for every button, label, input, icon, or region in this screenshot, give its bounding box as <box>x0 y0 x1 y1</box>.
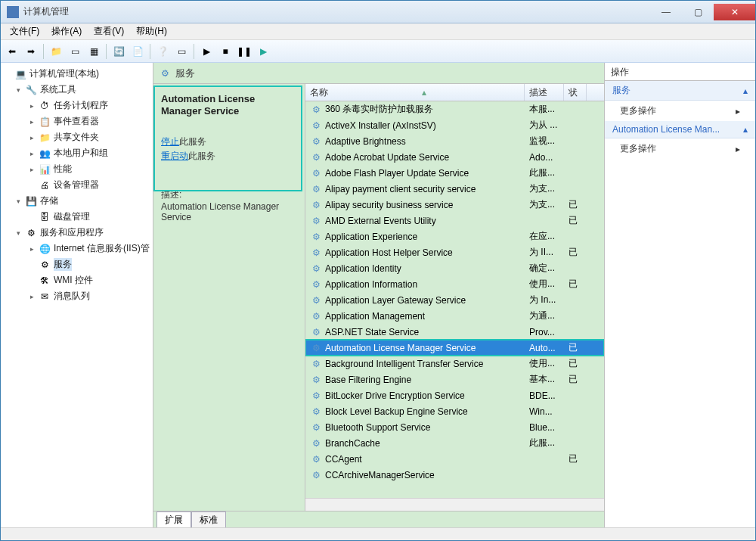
restart-button[interactable]: ▶ <box>255 43 271 60</box>
extra-button[interactable]: ▭ <box>173 43 190 60</box>
tree-toggle-icon[interactable]: ▸ <box>28 292 36 300</box>
more-actions-1[interactable]: 更多操作▸ <box>605 101 755 121</box>
service-row[interactable]: ⚙AMD External Events Utility已 <box>305 213 604 229</box>
tree-toggle-icon[interactable]: ▾ <box>14 197 23 205</box>
service-row[interactable]: ⚙ActiveX Installer (AxInstSV)为从 ... <box>305 117 604 133</box>
service-row[interactable]: ⚙Application Host Helper Service为 II...已 <box>305 244 604 260</box>
menu-action[interactable]: 操作(A) <box>45 23 88 39</box>
service-row[interactable]: ⚙Automation License Manager ServiceAuto.… <box>305 340 604 356</box>
menu-file[interactable]: 文件(F) <box>4 23 45 39</box>
actions-panel: 操作 服务▴ 更多操作▸ Automation License Man...▴ … <box>605 63 755 527</box>
minimize-button[interactable]: — <box>650 4 682 20</box>
menu-help[interactable]: 帮助(H) <box>130 23 173 39</box>
tree-item[interactable]: ▾🔧系统工具 <box>1 82 153 98</box>
tab-extended[interactable]: 扩展 <box>156 511 191 528</box>
tree-toggle-icon[interactable] <box>28 260 36 269</box>
service-row[interactable]: ⚙Application Management为通... <box>305 308 604 324</box>
tree-item[interactable]: ▾💾存储 <box>1 193 153 209</box>
help-button[interactable]: ❔ <box>154 43 171 60</box>
service-row[interactable]: ⚙Application Experience在应... <box>305 229 604 244</box>
tab-standard[interactable]: 标准 <box>191 511 226 528</box>
restart-service-link[interactable]: 重启动 <box>161 151 188 161</box>
tree-item[interactable]: ▸📁共享文件夹 <box>1 129 153 145</box>
service-name: CCAgent <box>325 454 362 465</box>
tree-item[interactable]: ▸✉消息队列 <box>1 288 153 304</box>
service-row[interactable]: ⚙Adobe Acrobat Update ServiceAdo... <box>305 149 604 165</box>
service-icon: ⚙ <box>310 263 322 275</box>
service-row[interactable]: ⚙CCAgent已 <box>305 451 604 467</box>
service-row[interactable]: ⚙360 杀毒实时防护加载服务本服... <box>305 101 604 117</box>
service-row[interactable]: ⚙Application Layer Gateway Service为 In..… <box>305 292 604 308</box>
service-status: 已 <box>564 452 587 465</box>
service-row[interactable]: ⚙Background Intelligent Transfer Service… <box>305 356 604 372</box>
up-button[interactable]: 📁 <box>48 43 64 60</box>
export-button[interactable]: 📄 <box>129 43 146 60</box>
stop-button[interactable]: ■ <box>217 43 234 60</box>
service-row[interactable]: ⚙Adaptive Brightness监视... <box>305 133 604 149</box>
properties-button[interactable]: ▦ <box>85 43 102 60</box>
list-rows[interactable]: ⚙360 杀毒实时防护加载服务本服...⚙ActiveX Installer (… <box>305 101 604 498</box>
service-row[interactable]: ⚙ASP.NET State ServiceProv... <box>305 324 604 340</box>
tree-toggle-icon[interactable]: ▸ <box>28 101 36 110</box>
pause-button[interactable]: ❚❚ <box>236 43 253 60</box>
tree-toggle-icon[interactable]: ▾ <box>14 86 23 94</box>
tree-item[interactable]: ▸📋事件查看器 <box>1 113 153 129</box>
col-desc[interactable]: 描述 <box>525 84 564 101</box>
service-row[interactable]: ⚙Alipay payment client security service为… <box>305 181 604 197</box>
tree-toggle-icon[interactable]: ▸ <box>28 117 36 126</box>
stop-service-link[interactable]: 停止 <box>161 136 179 147</box>
service-row[interactable]: ⚙Base Filtering Engine基本...已 <box>305 372 604 387</box>
maximize-button[interactable]: ▢ <box>682 4 714 20</box>
tree-toggle-icon[interactable]: ▸ <box>28 133 36 141</box>
service-desc: 本服... <box>525 103 564 116</box>
tree-item[interactable]: ▸🌐Internet 信息服务(IIS)管 <box>1 241 153 257</box>
tree-toggle-icon[interactable]: ▸ <box>28 165 36 173</box>
forward-button[interactable]: ➡ <box>23 43 39 60</box>
back-button[interactable]: ⬅ <box>4 43 20 60</box>
refresh-button[interactable]: 🔄 <box>110 43 127 60</box>
tree-item[interactable]: 🖨设备管理器 <box>1 177 153 193</box>
chevron-right-icon: ▸ <box>736 106 740 117</box>
tree-toggle-icon[interactable]: ▾ <box>14 229 23 237</box>
tree-toggle-icon[interactable] <box>28 213 36 221</box>
service-row[interactable]: ⚙Alipay security business service为支...已 <box>305 197 604 213</box>
tree-panel: 💻计算机管理(本地)▾🔧系统工具▸⏱任务计划程序▸📋事件查看器▸📁共享文件夹▸👥… <box>1 63 153 527</box>
tree-toggle-icon[interactable] <box>28 181 36 189</box>
tree-item[interactable]: 🗄磁盘管理 <box>1 209 153 225</box>
service-row[interactable]: ⚙BitLocker Drive Encryption ServiceBDE..… <box>305 387 604 403</box>
service-icon: ⚙ <box>310 247 322 259</box>
tree-toggle-icon[interactable]: ▸ <box>28 149 36 157</box>
tree-label: 事件查看器 <box>54 115 99 128</box>
tree-toggle-icon[interactable] <box>28 276 36 284</box>
service-name: Bluetooth Support Service <box>325 422 430 433</box>
tree-item[interactable]: ▸⏱任务计划程序 <box>1 98 153 113</box>
service-row[interactable]: ⚙Adobe Flash Player Update Service此服... <box>305 165 604 181</box>
bottom-scrollbar[interactable] <box>1 527 755 540</box>
tree-item[interactable]: 🛠WMI 控件 <box>1 272 153 288</box>
more-actions-2[interactable]: 更多操作▸ <box>605 138 755 159</box>
play-button[interactable]: ▶ <box>198 43 215 60</box>
actions-group-services[interactable]: 服务▴ <box>605 81 755 101</box>
service-desc: Auto... <box>525 343 564 353</box>
service-row[interactable]: ⚙Application Identity确定... <box>305 260 604 276</box>
tree-item[interactable]: ⚙服务 <box>1 257 153 272</box>
tree-toggle-icon[interactable]: ▸ <box>28 244 36 253</box>
tree-label: 任务计划程序 <box>54 99 108 112</box>
horizontal-scrollbar[interactable] <box>305 498 604 511</box>
tree-item[interactable]: ▸📊性能 <box>1 161 153 177</box>
service-row[interactable]: ⚙Block Level Backup Engine ServiceWin... <box>305 403 604 419</box>
tree-item[interactable]: ▸👥本地用户和组 <box>1 145 153 161</box>
service-row[interactable]: ⚙Bluetooth Support ServiceBlue... <box>305 419 604 435</box>
col-name[interactable]: 名称▴ <box>305 84 525 101</box>
service-row[interactable]: ⚙Application Information使用...已 <box>305 276 604 292</box>
tree-item[interactable]: ▾⚙服务和应用程序 <box>1 225 153 241</box>
service-row[interactable]: ⚙CCArchiveManagerService <box>305 467 604 483</box>
tree-toggle-icon[interactable] <box>4 70 12 78</box>
tree-item[interactable]: 💻计算机管理(本地) <box>1 66 153 82</box>
menu-view[interactable]: 查看(V) <box>88 23 130 39</box>
actions-group-selected[interactable]: Automation License Man...▴ <box>605 121 755 138</box>
show-hide-button[interactable]: ▭ <box>67 43 83 60</box>
col-status[interactable]: 状 <box>564 84 587 101</box>
service-row[interactable]: ⚙BranchCache此服... <box>305 435 604 451</box>
close-button[interactable]: ✕ <box>714 4 755 20</box>
